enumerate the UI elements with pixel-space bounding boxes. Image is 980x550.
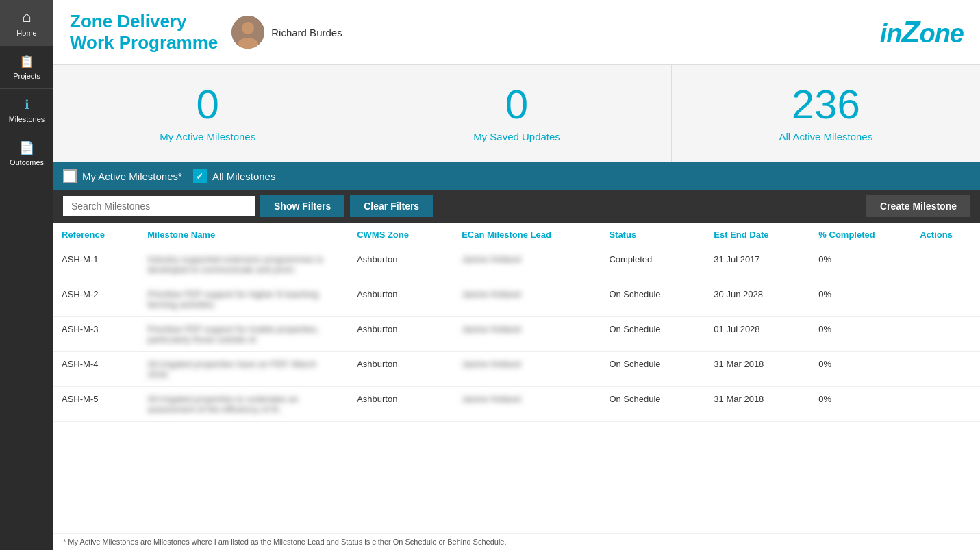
checkbox-active-label: My Active Milestones* (82, 171, 182, 182)
cell-lead: Janine Holland (453, 282, 601, 317)
create-milestone-button[interactable]: Create Milestone (866, 195, 970, 217)
table-row: ASH-M-4 All irrigated properties have an… (53, 352, 980, 387)
show-filters-button[interactable]: Show Filters (260, 195, 344, 217)
cell-pct: 0% (810, 352, 912, 387)
stat-label-saved: My Saved Updates (473, 131, 560, 142)
cell-status: On Schedule (601, 317, 705, 352)
sidebar-item-label: Outcomes (10, 158, 44, 166)
outcomes-icon: 📄 (19, 140, 34, 155)
col-header-pct-completed: % Completed (810, 223, 912, 247)
sidebar-item-label: Home (16, 29, 36, 37)
cell-ref: ASH-M-2 (53, 282, 139, 317)
cell-status: On Schedule (601, 387, 705, 422)
col-header-milestone-name: Milestone Name (139, 223, 349, 247)
checkbox-group-active: My Active Milestones* (63, 169, 182, 183)
search-bar: Show Filters Clear Filters Create Milest… (53, 190, 980, 223)
home-icon: ⌂ (22, 8, 31, 26)
sidebar-item-label: Milestones (9, 115, 45, 123)
table-section: My Active Milestones* All Milestones Sho… (53, 162, 980, 550)
cell-lead: Janine Holland (453, 317, 601, 352)
page-header: Zone Delivery Work Programme Richard Bur… (53, 0, 980, 65)
cell-pct: 0% (810, 247, 912, 282)
cell-actions[interactable] (912, 247, 980, 282)
clear-filters-button[interactable]: Clear Filters (350, 195, 433, 217)
stat-saved-updates: 0 My Saved Updates (362, 65, 671, 162)
milestones-table-wrapper: Reference Milestone Name CWMS Zone ECan … (53, 223, 980, 533)
cell-actions[interactable] (912, 317, 980, 352)
cell-name: Prioritise FEP support for Arable proper… (139, 317, 349, 352)
stats-section: 0 My Active Milestones 0 My Saved Update… (53, 65, 980, 162)
table-row: ASH-M-5 All irrigated properties to unde… (53, 387, 980, 422)
stat-active-milestones: 0 My Active Milestones (53, 65, 362, 162)
cell-date: 30 Jun 2028 (705, 282, 810, 317)
svg-point-1 (242, 22, 254, 34)
col-header-actions: Actions (912, 223, 980, 247)
col-header-est-end-date: Est End Date (705, 223, 810, 247)
sidebar-item-milestones[interactable]: ℹ Milestones (0, 89, 53, 132)
sidebar-item-projects[interactable]: 📋 Projects (0, 46, 53, 89)
sidebar: ⌂ Home 📋 Projects ℹ Milestones 📄 Outcome… (0, 0, 53, 550)
user-name: Richard Burdes (271, 27, 342, 38)
cell-ref: ASH-M-4 (53, 352, 139, 387)
cell-status: On Schedule (601, 352, 705, 387)
cell-lead: Janine Holland (453, 247, 601, 282)
sidebar-item-outcomes[interactable]: 📄 Outcomes (0, 132, 53, 175)
col-header-reference: Reference (53, 223, 139, 247)
cell-zone: Ashburton (349, 247, 453, 282)
main-content: Zone Delivery Work Programme Richard Bur… (53, 0, 980, 550)
table-row: ASH-M-2 Prioritise FEP support for highe… (53, 282, 980, 317)
milestones-icon: ℹ (25, 97, 29, 112)
cell-date: 31 Jul 2017 (705, 247, 810, 282)
footer-note: * My Active Milestones are Milestones wh… (53, 533, 980, 550)
checkbox-active-milestones[interactable] (63, 169, 77, 183)
cell-date: 31 Mar 2018 (705, 352, 810, 387)
cell-ref: ASH-M-5 (53, 387, 139, 422)
table-row: ASH-M-3 Prioritise FEP support for Arabl… (53, 317, 980, 352)
search-input[interactable] (63, 196, 255, 216)
checkbox-all-label: All Milestones (212, 171, 276, 182)
stat-number-all: 236 (792, 84, 860, 125)
cell-zone: Ashburton (349, 387, 453, 422)
stat-all-milestones: 236 All Active Milestones (672, 65, 980, 162)
table-row: ASH-M-1 Industry supported extension pro… (53, 247, 980, 282)
filter-bar: My Active Milestones* All Milestones (53, 162, 980, 190)
cell-name: Industry supported extension programmes … (139, 247, 349, 282)
table-body: ASH-M-1 Industry supported extension pro… (53, 247, 980, 422)
col-header-ecan-lead: ECan Milestone Lead (453, 223, 601, 247)
cell-ref: ASH-M-3 (53, 317, 139, 352)
stat-number-active: 0 (196, 84, 218, 125)
stat-label-all: All Active Milestones (779, 131, 872, 142)
milestones-table: Reference Milestone Name CWMS Zone ECan … (53, 223, 980, 422)
cell-lead: Janine Holland (453, 387, 601, 422)
cell-status: Completed (601, 247, 705, 282)
cell-name: All irrigated properties have an FEP. Ma… (139, 352, 349, 387)
cell-actions[interactable] (912, 282, 980, 317)
cell-date: 31 Mar 2018 (705, 387, 810, 422)
cell-pct: 0% (810, 282, 912, 317)
cell-date: 01 Jul 2028 (705, 317, 810, 352)
cell-zone: Ashburton (349, 352, 453, 387)
cell-pct: 0% (810, 387, 912, 422)
cell-ref: ASH-M-1 (53, 247, 139, 282)
cell-name: All irrigated properties to undertake an… (139, 387, 349, 422)
cell-status: On Schedule (601, 282, 705, 317)
sidebar-item-home[interactable]: ⌂ Home (0, 0, 53, 46)
stat-label-active: My Active Milestones (160, 131, 255, 142)
table-header-row: Reference Milestone Name CWMS Zone ECan … (53, 223, 980, 247)
cell-lead: Janine Holland (453, 352, 601, 387)
cell-actions[interactable] (912, 352, 980, 387)
stat-number-saved: 0 (505, 84, 528, 125)
cell-zone: Ashburton (349, 317, 453, 352)
header-left: Zone Delivery Work Programme Richard Bur… (70, 11, 342, 53)
page-title: Zone Delivery Work Programme (70, 11, 218, 53)
sidebar-item-label: Projects (13, 72, 40, 80)
avatar-image (231, 16, 264, 49)
cell-pct: 0% (810, 317, 912, 352)
cell-zone: Ashburton (349, 282, 453, 317)
cell-actions[interactable] (912, 387, 980, 422)
user-info: Richard Burdes (231, 16, 342, 49)
checkbox-all-milestones[interactable] (193, 169, 207, 183)
cell-name: Prioritise FEP support for higher N leac… (139, 282, 349, 317)
avatar (231, 16, 264, 49)
checkbox-group-all: All Milestones (193, 169, 276, 183)
